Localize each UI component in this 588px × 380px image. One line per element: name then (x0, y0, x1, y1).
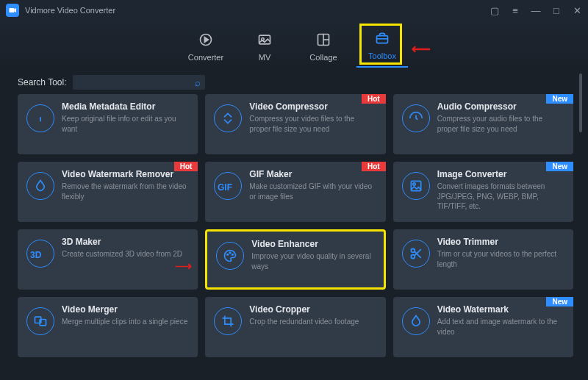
card-desc: Improve your video quality in several wa… (251, 251, 374, 271)
search-input[interactable] (77, 78, 195, 87)
card-title: Video Watermark Remover (62, 169, 189, 179)
card-title: Video Enhancer (251, 239, 374, 249)
card-desc: Compress your video files to the proper … (249, 114, 376, 134)
collage-icon (316, 32, 331, 50)
tab-converter[interactable]: Converter (180, 32, 232, 68)
card-desc: Convert images formats between JPG/JPEG,… (437, 182, 564, 212)
audio-icon (402, 104, 430, 132)
svg-rect-0 (10, 8, 15, 12)
badge-new: New (546, 162, 573, 171)
badge-hot: Hot (362, 162, 386, 171)
search-row: Search Tool: ⌕ (0, 68, 588, 94)
svg-point-16 (229, 252, 231, 254)
svg-text:GIF: GIF (218, 182, 232, 193)
svg-marker-1 (15, 8, 17, 12)
badge-hot: Hot (174, 162, 198, 171)
badge-hot: Hot (362, 94, 386, 104)
svg-text:3D: 3D (30, 250, 42, 260)
compress-icon (214, 104, 242, 132)
tab-collage[interactable]: Collage (298, 32, 349, 68)
card-text: Video Compressor Compress your video fil… (249, 101, 376, 147)
card-title: Video Compressor (249, 101, 376, 112)
card-text: Media Metadata Editor Keep original file… (62, 101, 189, 147)
tools-grid: Media Metadata Editor Keep original file… (0, 91, 588, 357)
tool-card-drop[interactable]: Hot Video Watermark Remover Remove the w… (18, 162, 198, 222)
search-label: Search Tool: (18, 77, 67, 87)
card-desc: Create customized 3D video from 2D (62, 249, 182, 259)
card-title: Video Merger (62, 304, 187, 315)
drop-icon (26, 172, 54, 200)
card-text: GIF Maker Make customized GIF with your … (249, 169, 376, 215)
card-text: Audio Compressor Compress your audio fil… (437, 101, 564, 147)
card-title: Audio Compressor (437, 101, 564, 112)
tool-card-scissors[interactable]: Video Trimmer Trim or cut your videos to… (393, 229, 573, 290)
tool-card-palette[interactable]: Video Enhancer Improve your video qualit… (205, 229, 385, 290)
card-text: Video Trimmer Trim or cut your videos to… (437, 237, 564, 282)
titlebar: Vidmore Video Converter ▢ ≡ — □ ✕ (0, 0, 588, 21)
palette-icon (216, 242, 244, 270)
card-desc: Trim or cut your videos to the perfect l… (437, 249, 564, 269)
gif-icon: GIF (214, 172, 242, 200)
annotation-arrow-icon: ⟵ (412, 41, 431, 57)
card-title: Media Metadata Editor (62, 101, 189, 112)
main-tabs: Converter MV Collage Toolbox ⟵ (0, 21, 588, 68)
badge-new: New (546, 94, 573, 104)
card-desc: Crop the redundant video footage (249, 317, 359, 327)
drop-icon (402, 307, 430, 335)
app-title: Vidmore Video Converter (25, 6, 115, 15)
card-title: Video Watermark (437, 304, 564, 315)
maximize-icon[interactable]: □ (551, 5, 562, 16)
card-text: Video Watermark Add text and image water… (437, 304, 564, 350)
card-title: Video Trimmer (437, 237, 564, 247)
card-title: Video Cropper (249, 304, 359, 315)
tab-label: MV (259, 53, 271, 62)
tool-card-merger[interactable]: Video Merger Merge multiple clips into a… (18, 297, 198, 357)
card-desc: Keep original file info or edit as you w… (62, 114, 189, 134)
card-text: Video Enhancer Improve your video qualit… (251, 239, 374, 280)
svg-point-15 (227, 254, 229, 256)
tool-card-audio[interactable]: New Audio Compressor Compress your audio… (393, 94, 573, 154)
card-text: Image Converter Convert images formats b… (437, 169, 564, 215)
tool-card-info[interactable]: Media Metadata Editor Keep original file… (18, 94, 198, 154)
badge-new: New (546, 297, 573, 306)
3d-icon: 3D (26, 240, 54, 268)
search-input-wrapper[interactable]: ⌕ (73, 75, 205, 90)
svg-point-13 (412, 183, 415, 185)
chat-icon[interactable]: ▢ (490, 5, 500, 16)
app-logo-icon (6, 4, 19, 17)
tool-card-compress[interactable]: Hot Video Compressor Compress your video… (205, 94, 385, 154)
annotation-highlight-box (359, 24, 402, 65)
tab-label: Collage (309, 53, 337, 62)
card-title: Image Converter (437, 169, 564, 179)
tab-label: Converter (188, 53, 223, 62)
minimize-icon[interactable]: — (531, 5, 541, 16)
scissors-icon (402, 240, 430, 268)
mv-icon (257, 32, 272, 50)
tool-card-image[interactable]: New Image Converter Convert images forma… (393, 162, 573, 222)
merger-icon (26, 307, 54, 335)
card-desc: Merge multiple clips into a single piece (62, 317, 187, 327)
card-title: 3D Maker (62, 237, 182, 247)
search-icon[interactable]: ⌕ (195, 77, 201, 88)
svg-point-17 (232, 254, 234, 256)
tool-card-drop[interactable]: New Video Watermark Add text and image w… (393, 297, 573, 357)
tab-mv[interactable]: MV (239, 32, 290, 68)
info-icon (26, 104, 54, 132)
card-text: Video Watermark Remover Remove the water… (62, 169, 189, 215)
card-text: 3D Maker Create customized 3D video from… (62, 237, 182, 282)
crop-icon (214, 307, 242, 335)
close-icon[interactable]: ✕ (572, 5, 582, 16)
tool-card-3d[interactable]: 3D 3D Maker Create customized 3D video f… (18, 229, 198, 290)
svg-marker-3 (204, 37, 208, 43)
card-desc: Remove the watermark from the video flex… (62, 182, 189, 201)
card-title: GIF Maker (249, 169, 376, 179)
card-desc: Add text and image watermark to the vide… (437, 317, 564, 337)
converter-icon (198, 32, 213, 50)
menu-icon[interactable]: ≡ (510, 5, 520, 16)
tool-card-gif[interactable]: Hot GIF GIF Maker Make customized GIF wi… (205, 162, 385, 222)
card-text: Video Merger Merge multiple clips into a… (62, 304, 187, 350)
svg-rect-12 (411, 181, 420, 190)
image-icon (402, 172, 430, 200)
annotation-arrow-icon: ⟶ (175, 259, 192, 273)
tool-card-crop[interactable]: Video Cropper Crop the redundant video f… (205, 297, 385, 357)
